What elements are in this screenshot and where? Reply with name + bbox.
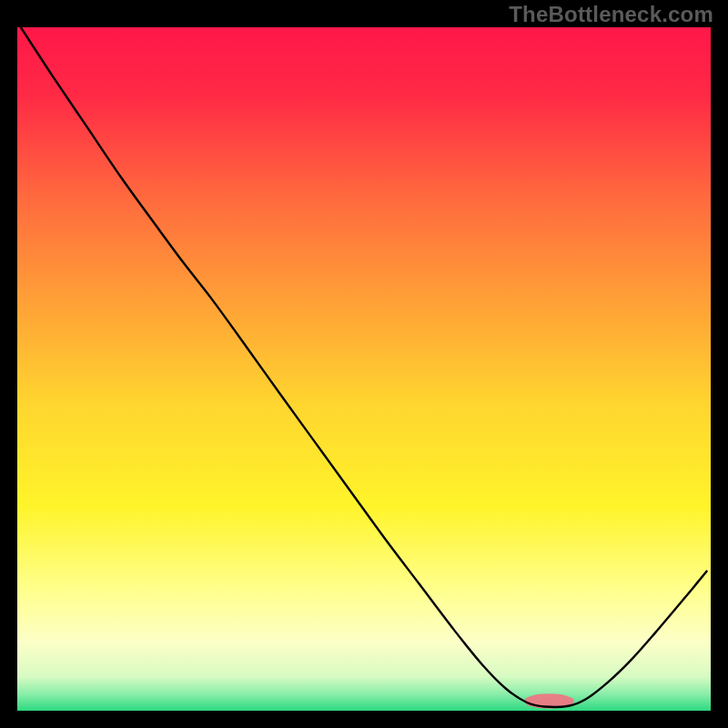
chart-frame: TheBottleneck.com [0, 0, 728, 728]
gradient-background [17, 27, 711, 711]
chart-svg [17, 27, 711, 711]
watermark-text: TheBottleneck.com [509, 2, 713, 27]
plot-area [17, 27, 711, 711]
